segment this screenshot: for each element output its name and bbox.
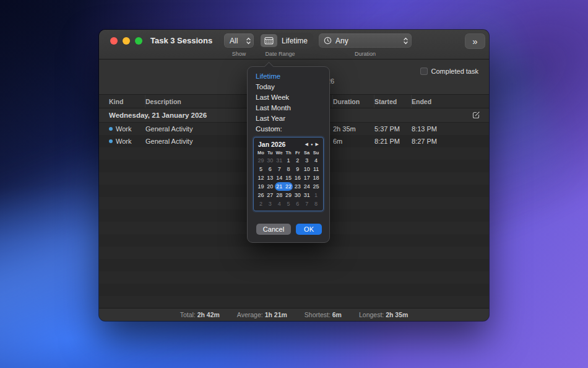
completed-task-toggle[interactable]: Completed task	[420, 68, 478, 75]
minimize-button[interactable]	[123, 37, 130, 45]
show-filter-dropdown[interactable]: All	[224, 33, 254, 48]
calendar-day[interactable]: 22	[284, 182, 293, 191]
calendar-day[interactable]: 12	[256, 173, 266, 182]
column-header-kind[interactable]: Kind	[109, 95, 145, 108]
footer-stat: Total: 2h 42m	[180, 311, 220, 318]
calendar-day[interactable]: 15	[284, 173, 293, 182]
edit-icon[interactable]	[472, 111, 480, 120]
calendar-day[interactable]: 25	[311, 182, 321, 191]
chevron-updown-icon	[403, 37, 409, 45]
weekday-label: Sa	[302, 150, 311, 156]
footer-stat: Average: 1h 21m	[237, 311, 287, 318]
ended-cell: 8:13 PM	[412, 125, 489, 133]
calendar-nav: ◀ ● ▶	[305, 141, 319, 147]
calendar-day[interactable]: 18	[311, 173, 321, 182]
calendar-day[interactable]: 30	[293, 191, 302, 199]
calendar-day[interactable]: 10	[302, 165, 311, 173]
popover-buttons: Cancel OK	[248, 217, 329, 235]
ok-button[interactable]: OK	[296, 224, 322, 235]
calendar-day[interactable]: 23	[293, 182, 302, 191]
cancel-button[interactable]: Cancel	[256, 224, 291, 235]
calendar-day[interactable]: 3	[266, 199, 275, 208]
duration-filter-dropdown[interactable]: Any	[319, 33, 412, 48]
calendar-day[interactable]: 1	[284, 156, 293, 165]
kind-color-dot	[109, 139, 113, 143]
date-range-popover: LifetimeTodayLast WeekLast MonthLast Yea…	[247, 66, 330, 243]
prev-month-button[interactable]: ◀	[305, 141, 308, 147]
calendar-day[interactable]: 27	[266, 191, 275, 199]
weekday-label: Tu	[266, 150, 275, 156]
weekday-label: Mo	[256, 150, 266, 156]
date-range-option-custom[interactable]: Custom:	[248, 124, 329, 134]
zoom-button[interactable]	[135, 37, 142, 45]
date-range-option-last-year[interactable]: Last Year	[248, 113, 329, 124]
started-cell: 5:37 PM	[374, 125, 412, 133]
date-range-option-last-week[interactable]: Last Week	[248, 92, 329, 103]
calendar-day[interactable]: 5	[256, 165, 266, 173]
column-header-started[interactable]: Started	[374, 95, 412, 108]
calendar-day[interactable]: 3	[302, 156, 311, 165]
date-range-option-today[interactable]: Today	[248, 82, 329, 92]
calendar-day[interactable]: 11	[311, 165, 321, 173]
calendar-day[interactable]: 21	[275, 182, 284, 191]
column-header-ended[interactable]: Ended	[412, 95, 489, 108]
popover-options: LifetimeTodayLast WeekLast MonthLast Yea…	[248, 71, 329, 134]
calendar-day[interactable]: 6	[266, 165, 275, 173]
weekday-label: We	[275, 150, 284, 156]
next-month-button[interactable]: ▶	[316, 141, 319, 147]
calendar-day[interactable]: 29	[256, 156, 266, 165]
duration-filter-label: Duration	[319, 51, 412, 57]
column-header-duration[interactable]: Duration	[333, 95, 374, 108]
calendar-day[interactable]: 4	[275, 199, 284, 208]
duration-cell: 2h 35m	[333, 125, 374, 133]
toolbar-overflow-button[interactable]: »	[465, 33, 485, 49]
calendar: Jan 2026 ◀ ● ▶ MoTuWeThFrSaSu 2930311234…	[253, 137, 324, 211]
calendar-day[interactable]: 30	[266, 156, 275, 165]
calendar-day[interactable]: 8	[311, 199, 321, 208]
footer-stats: Total: 2h 42mAverage: 1h 21mShortest: 6m…	[180, 311, 409, 318]
calendar-day[interactable]: 16	[293, 173, 302, 182]
calendar-day[interactable]: 2	[293, 156, 302, 165]
calendar-day[interactable]: 19	[256, 182, 266, 191]
calendar-day[interactable]: 5	[284, 199, 293, 208]
started-cell: 8:21 PM	[374, 138, 412, 145]
calendar-day[interactable]: 29	[284, 191, 293, 199]
date-range-option-last-month[interactable]: Last Month	[248, 103, 329, 113]
calendar-header: Jan 2026 ◀ ● ▶	[256, 141, 321, 150]
calendar-day[interactable]: 20	[266, 182, 275, 191]
calendar-day[interactable]: 2	[256, 199, 266, 208]
calendar-day[interactable]: 14	[275, 173, 284, 182]
ended-cell: 8:27 PM	[412, 138, 489, 145]
calendar-day[interactable]: 24	[302, 182, 311, 191]
duration-filter-value: Any	[335, 37, 399, 45]
footer-stat: Longest: 2h 35m	[359, 311, 408, 318]
calendar-day[interactable]: 6	[293, 199, 302, 208]
calendar-day[interactable]: 1	[311, 191, 321, 199]
calendar-day[interactable]: 26	[256, 191, 266, 199]
calendar-day[interactable]: 7	[302, 199, 311, 208]
weekday-label: Fr	[293, 150, 302, 156]
close-button[interactable]	[110, 37, 118, 45]
date-range-value: Lifetime	[282, 37, 308, 45]
calendar-day[interactable]: 31	[275, 156, 284, 165]
show-filter-value: All	[230, 37, 246, 45]
date-range-button[interactable]: Lifetime	[259, 33, 313, 48]
calendar-day[interactable]: 28	[275, 191, 284, 199]
calendar-day[interactable]: 7	[275, 165, 284, 173]
calendar-day[interactable]: 13	[266, 173, 275, 182]
chevron-updown-icon	[246, 37, 251, 45]
date-range-option-lifetime[interactable]: Lifetime	[248, 71, 329, 82]
kind-color-dot	[109, 127, 113, 131]
calendar-day[interactable]: 17	[302, 173, 311, 182]
calendar-grid: 2930311234567891011121314151617181920212…	[256, 156, 321, 208]
traffic-lights	[110, 37, 142, 45]
calendar-day[interactable]: 8	[284, 165, 293, 173]
checkbox-icon[interactable]	[420, 68, 428, 75]
calendar-day[interactable]: 4	[311, 156, 321, 165]
calendar-day[interactable]: 9	[293, 165, 302, 173]
clock-icon	[324, 37, 332, 45]
today-button[interactable]: ●	[311, 141, 313, 147]
calendar-day[interactable]: 31	[302, 191, 311, 199]
kind-cell: Work	[109, 125, 145, 133]
kind-cell: Work	[109, 138, 145, 145]
